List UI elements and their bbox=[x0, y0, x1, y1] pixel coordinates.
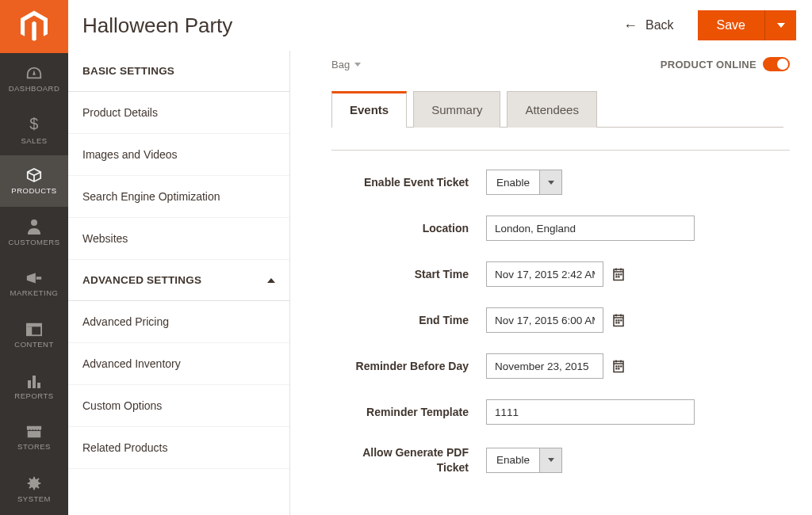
basic-settings-heading-label: BASIC SETTINGS bbox=[82, 65, 174, 77]
svg-rect-12 bbox=[615, 319, 617, 321]
save-dropdown-button[interactable] bbox=[764, 10, 796, 40]
side-item-advanced-inventory[interactable]: Advanced Inventory bbox=[68, 343, 289, 385]
svg-rect-19 bbox=[620, 365, 622, 367]
product-online-label: PRODUCT ONLINE bbox=[661, 59, 756, 71]
nav-system[interactable]: SYSTEM bbox=[0, 464, 68, 515]
magento-icon bbox=[21, 10, 48, 42]
caret-down-icon bbox=[548, 181, 554, 185]
label-reminder-before-day: Reminder Before Day bbox=[331, 359, 486, 374]
label-end-time: End Time bbox=[331, 313, 486, 328]
svg-rect-3 bbox=[27, 326, 32, 335]
attribute-set-label: Bag bbox=[331, 59, 350, 71]
nav-stores-label: STORES bbox=[17, 442, 51, 451]
product-online-toggle[interactable] bbox=[763, 57, 790, 71]
row-allow-generate-pdf: Allow Generate PDF Ticket Enable bbox=[331, 445, 790, 475]
row-location: Location bbox=[331, 216, 790, 241]
svg-rect-6 bbox=[37, 383, 40, 388]
main-content: Bag PRODUCT ONLINE Events Summary Attend… bbox=[290, 51, 812, 515]
caret-down-icon bbox=[548, 458, 554, 462]
side-item-seo[interactable]: Search Engine Optimization bbox=[68, 176, 289, 218]
select-enable-event-ticket[interactable]: Enable bbox=[486, 170, 562, 195]
nav-content-label: CONTENT bbox=[14, 340, 53, 349]
nav-system-label: SYSTEM bbox=[17, 494, 51, 503]
svg-rect-10 bbox=[615, 276, 617, 277]
row-reminder-before-day: Reminder Before Day bbox=[331, 353, 790, 379]
input-reminder-before-day[interactable] bbox=[486, 353, 603, 379]
products-icon bbox=[25, 167, 43, 183]
row-reminder-template: Reminder Template bbox=[331, 399, 790, 425]
stores-icon bbox=[25, 425, 43, 439]
svg-rect-17 bbox=[615, 365, 617, 367]
tab-events[interactable]: Events bbox=[331, 91, 407, 128]
nav-sales-label: SALES bbox=[21, 136, 47, 145]
tab-summary[interactable]: Summary bbox=[413, 91, 500, 128]
side-item-product-details[interactable]: Product Details bbox=[68, 92, 289, 134]
dashboard-icon bbox=[25, 65, 43, 81]
customers-icon bbox=[27, 219, 41, 235]
reports-icon bbox=[26, 374, 42, 388]
basic-settings-heading[interactable]: BASIC SETTINGS bbox=[68, 51, 289, 92]
input-reminder-template[interactable] bbox=[486, 399, 695, 425]
caret-down-icon bbox=[354, 63, 361, 67]
svg-rect-7 bbox=[615, 273, 617, 275]
select-enable-event-ticket-button[interactable] bbox=[539, 170, 561, 194]
nav-products[interactable]: PRODUCTS bbox=[0, 155, 68, 207]
select-allow-generate-pdf-value: Enable bbox=[487, 448, 539, 472]
side-item-custom-options[interactable]: Custom Options bbox=[68, 385, 289, 427]
attribute-set-dropdown[interactable]: Bag bbox=[331, 59, 361, 71]
label-reminder-template: Reminder Template bbox=[331, 405, 486, 420]
row-end-time: End Time bbox=[331, 307, 790, 333]
logo[interactable] bbox=[0, 0, 68, 53]
svg-rect-20 bbox=[615, 368, 617, 369]
advanced-settings-heading[interactable]: ADVANCED SETTINGS bbox=[68, 260, 289, 301]
settings-side-panel: BASIC SETTINGS Product Details Images an… bbox=[68, 51, 290, 515]
svg-rect-13 bbox=[618, 319, 619, 321]
product-online-toggle-group: PRODUCT ONLINE bbox=[661, 57, 790, 71]
svg-rect-4 bbox=[28, 380, 31, 388]
calendar-icon[interactable] bbox=[611, 359, 626, 373]
side-item-websites[interactable]: Websites bbox=[68, 218, 289, 260]
nav-products-label: PRODUCTS bbox=[11, 186, 56, 195]
nav-content[interactable]: CONTENT bbox=[0, 310, 68, 361]
nav-stores[interactable]: STORES bbox=[0, 412, 68, 464]
save-button[interactable]: Save bbox=[698, 10, 764, 40]
label-allow-generate-pdf: Allow Generate PDF Ticket bbox=[331, 445, 486, 475]
select-allow-generate-pdf-button[interactable] bbox=[539, 448, 561, 472]
label-start-time: Start Time bbox=[331, 267, 486, 282]
side-item-images-videos[interactable]: Images and Videos bbox=[68, 134, 289, 176]
calendar-icon[interactable] bbox=[611, 267, 626, 281]
side-item-advanced-pricing[interactable]: Advanced Pricing bbox=[68, 301, 289, 343]
nav-sales[interactable]: $ SALES bbox=[0, 105, 68, 156]
calendar-icon[interactable] bbox=[611, 313, 626, 327]
select-enable-event-ticket-value: Enable bbox=[487, 170, 539, 194]
svg-rect-18 bbox=[618, 365, 619, 367]
svg-rect-2 bbox=[27, 323, 41, 326]
svg-rect-8 bbox=[618, 273, 619, 275]
svg-point-0 bbox=[31, 219, 37, 226]
input-location[interactable] bbox=[486, 216, 695, 241]
select-allow-generate-pdf[interactable]: Enable bbox=[486, 448, 562, 473]
gear-icon bbox=[26, 475, 42, 491]
nav-dashboard[interactable]: DASHBOARD bbox=[0, 53, 68, 105]
nav-reports-label: REPORTS bbox=[14, 391, 53, 400]
nav-dashboard-label: DASHBOARD bbox=[9, 84, 60, 93]
input-start-time[interactable] bbox=[486, 261, 603, 287]
nav-reports[interactable]: REPORTS bbox=[0, 361, 68, 413]
marketing-icon bbox=[25, 271, 43, 285]
svg-rect-5 bbox=[33, 376, 36, 388]
tab-attendees[interactable]: Attendees bbox=[507, 91, 597, 128]
save-button-group: Save bbox=[698, 10, 796, 40]
nav-marketing[interactable]: MARKETING bbox=[0, 258, 68, 310]
event-form: Enable Event Ticket Enable Location Star… bbox=[331, 170, 790, 475]
input-end-time[interactable] bbox=[486, 307, 603, 333]
nav-customers[interactable]: CUSTOMERS bbox=[0, 207, 68, 258]
dollar-icon: $ bbox=[29, 115, 39, 133]
side-item-related-products[interactable]: Related Products bbox=[68, 427, 289, 469]
svg-rect-21 bbox=[618, 368, 619, 369]
row-start-time: Start Time bbox=[331, 261, 790, 287]
nav-customers-label: CUSTOMERS bbox=[8, 238, 59, 246]
back-button[interactable]: ← Back bbox=[623, 17, 674, 34]
nav-marketing-label: MARKETING bbox=[10, 288, 59, 297]
caret-down-icon bbox=[777, 23, 785, 28]
svg-rect-11 bbox=[618, 276, 619, 277]
